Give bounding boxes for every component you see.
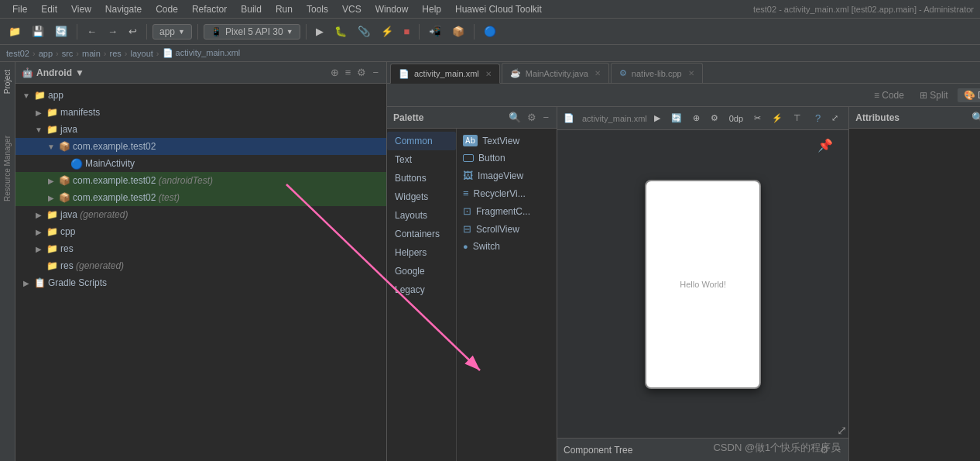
attributes-search-btn[interactable]: 🔍	[970, 110, 980, 125]
breadcrumb-item-layout[interactable]: layout	[130, 49, 152, 58]
java-tab-close[interactable]: ✕	[595, 69, 601, 77]
device-dropdown[interactable]: 📱 Pixel 5 API 30 ▼	[204, 24, 300, 40]
menu-item-huawei[interactable]: Huawei Cloud Toolkit	[449, 2, 548, 16]
menu-item-refactor[interactable]: Refactor	[186, 2, 233, 16]
panel-hide-btn[interactable]: −	[371, 65, 380, 80]
design-file-label: 📄	[564, 113, 574, 123]
tree-item-gradle[interactable]: ▶ 📋 Gradle Scripts	[15, 274, 386, 291]
palette-hide-btn[interactable]: −	[541, 110, 550, 125]
design-toolbar-btn-2[interactable]: 🔄	[667, 111, 686, 126]
editor-tab-xml[interactable]: 📄 activity_main.xml ✕	[390, 64, 500, 84]
palette-cat-legacy[interactable]: Legacy	[387, 280, 456, 299]
palette-item-imageview[interactable]: 🖼 ImageView	[457, 167, 557, 184]
xml-tab-close[interactable]: ✕	[485, 70, 492, 78]
right-area: 📄 activity_main.xml ✕ ☕ MainActivity.jav…	[387, 62, 980, 461]
toolbar-sep-3	[197, 24, 198, 40]
tree-item-package-test[interactable]: ▶ 📦 com.example.test02 (test)	[15, 189, 386, 206]
palette-settings-btn[interactable]: ⚙	[526, 110, 538, 125]
menu-item-navigate[interactable]: Navigate	[99, 2, 148, 16]
toolbar-forward-btn[interactable]: →	[104, 23, 122, 40]
menu-item-run[interactable]: Run	[269, 2, 299, 16]
tree-item-app[interactable]: ▼ 📁 app	[15, 87, 386, 104]
breadcrumb-item-test02[interactable]: test02	[6, 49, 29, 58]
palette-item-recyclerview[interactable]: ≡ RecyclerVi...	[457, 184, 557, 202]
panel-sync-btn[interactable]: ⊕	[329, 65, 341, 80]
breadcrumb-item-main[interactable]: main	[82, 49, 101, 58]
design-toolbar-btn-3[interactable]: ⊕	[689, 111, 704, 126]
design-toolbar: 📄 activity_main.xml ▶ 🔄 ⊕ ⚙ 0dp ✂ ⚡ ⊤ ? …	[557, 107, 848, 130]
attach-btn[interactable]: 📎	[354, 23, 374, 40]
palette-cat-layouts[interactable]: Layouts	[387, 206, 456, 225]
design-toolbar-btn-7[interactable]: ⊤	[790, 111, 805, 126]
breadcrumb-item-app[interactable]: app	[39, 49, 53, 58]
profile-btn[interactable]: ⚡	[377, 23, 397, 40]
cpp-tab-close[interactable]: ✕	[688, 69, 694, 77]
debug-btn[interactable]: 🐛	[331, 23, 351, 40]
menu-item-window[interactable]: Window	[369, 2, 415, 16]
palette-search-btn[interactable]: 🔍	[507, 110, 523, 125]
palette-cat-google[interactable]: Google	[387, 262, 456, 280]
breadcrumb-item-res[interactable]: res	[110, 49, 122, 58]
palette-cat-buttons[interactable]: Buttons	[387, 169, 456, 187]
avd-btn[interactable]: 📲	[425, 23, 445, 40]
design-view-btn[interactable]: 🎨 Design	[958, 88, 980, 102]
run-btn[interactable]: ▶	[312, 23, 327, 40]
tree-item-res[interactable]: ▶ 📁 res	[15, 240, 386, 257]
project-tab[interactable]: Project	[2, 65, 13, 98]
app-dropdown[interactable]: app ▼	[152, 24, 192, 40]
design-toolbar-btn-1[interactable]: ▶	[650, 111, 664, 126]
breadcrumb-item-file[interactable]: 📄 activity_main.xml	[163, 48, 241, 58]
palette-item-scrollview[interactable]: ⊟ ScrollView	[457, 220, 557, 238]
palette-cat-widgets[interactable]: Widgets	[387, 187, 456, 206]
design-toolbar-zoom-btn[interactable]: 0dp	[725, 112, 747, 126]
toolbar-sync-btn[interactable]: 🔄	[51, 23, 71, 40]
design-toolbar-btn-6[interactable]: ⚡	[768, 111, 786, 126]
toolbar-undo-btn[interactable]: ↩	[125, 23, 141, 40]
sdk-btn[interactable]: 📦	[448, 23, 468, 40]
menu-item-edit[interactable]: Edit	[35, 2, 63, 16]
palette-cat-text[interactable]: Text	[387, 150, 456, 169]
android-dropdown[interactable]: 🤖 Android ▼	[22, 67, 84, 78]
stop-btn[interactable]: ■	[400, 23, 414, 40]
palette-item-switch[interactable]: ● Switch	[457, 238, 557, 255]
panel-settings-btn[interactable]: ⚙	[355, 65, 368, 80]
palette-cat-helpers[interactable]: Helpers	[387, 243, 456, 262]
menu-item-code[interactable]: Code	[149, 2, 184, 16]
split-view-btn[interactable]: ⊞ Split	[913, 88, 954, 102]
tree-item-res-generated[interactable]: 📁 res (generated)	[15, 257, 386, 274]
tree-item-java-generated[interactable]: ▶ 📁 java (generated)	[15, 206, 386, 223]
tree-item-manifests[interactable]: ▶ 📁 manifests	[15, 104, 386, 121]
editor-tab-cpp[interactable]: ⚙ native-lib.cpp ✕	[611, 63, 703, 83]
resize-handle[interactable]: ⤢	[837, 423, 847, 438]
tree-item-java[interactable]: ▼ 📁 java	[15, 121, 386, 138]
menu-item-tools[interactable]: Tools	[300, 2, 334, 16]
tree-item-cpp[interactable]: ▶ 📁 cpp	[15, 223, 386, 240]
panel-collapse-btn[interactable]: ≡	[344, 65, 353, 80]
tree-item-package-androidtest[interactable]: ▶ 📦 com.example.test02 (androidTest)	[15, 172, 386, 189]
resource-manager-tab[interactable]: Resource Manager	[2, 131, 13, 206]
palette-cat-common[interactable]: Common	[387, 132, 456, 150]
design-toolbar-help-btn[interactable]: ?	[811, 110, 824, 126]
toolbar-open-btn[interactable]: 📁	[5, 23, 25, 40]
breadcrumb-item-src[interactable]: src	[62, 49, 74, 58]
menu-item-file[interactable]: File	[6, 2, 33, 16]
palette-item-fragmentcontainer[interactable]: ⊡ FragmentC...	[457, 202, 557, 220]
search-everywhere-btn[interactable]: 🔵	[480, 23, 500, 40]
android-icon: 🤖	[22, 67, 33, 78]
palette-item-button[interactable]: Button	[457, 150, 557, 167]
tree-item-package-main[interactable]: ▼ 📦 com.example.test02	[15, 138, 386, 155]
editor-tab-java[interactable]: ☕ MainActivity.java ✕	[502, 63, 609, 83]
menu-item-vcs[interactable]: VCS	[336, 2, 368, 16]
tree-item-mainactivity[interactable]: 🔵 MainActivity	[15, 155, 386, 172]
menu-item-view[interactable]: View	[65, 2, 98, 16]
design-toolbar-btn-5[interactable]: ✂	[750, 111, 765, 126]
code-view-btn[interactable]: ≡ Code	[868, 88, 910, 102]
toolbar-save-btn[interactable]: 💾	[28, 23, 48, 40]
design-toolbar-expand-btn[interactable]: ⤢	[828, 111, 842, 126]
design-toolbar-btn-4[interactable]: ⚙	[707, 111, 722, 126]
palette-item-textview[interactable]: Ab TextView	[457, 132, 557, 150]
menu-item-help[interactable]: Help	[416, 2, 447, 16]
palette-cat-containers[interactable]: Containers	[387, 225, 456, 243]
toolbar-back-btn[interactable]: ←	[83, 23, 101, 40]
menu-item-build[interactable]: Build	[235, 2, 268, 16]
